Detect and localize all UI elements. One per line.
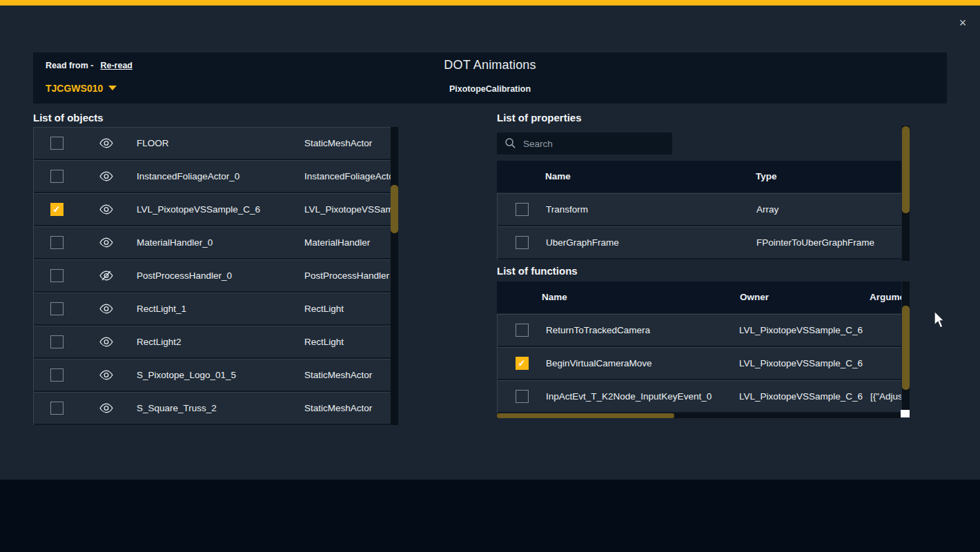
search-input[interactable] xyxy=(523,132,668,155)
function-arguments: [{"Adjust xyxy=(870,381,901,412)
properties-scrollbar-track[interactable] xyxy=(902,126,910,261)
properties-col-type: Type xyxy=(756,161,777,193)
objects-table: FLOOR StaticMeshActor InstancedFoliageAc… xyxy=(33,127,392,425)
properties-col-name: Name xyxy=(545,161,571,193)
eye-visible-icon[interactable] xyxy=(99,237,114,248)
object-row[interactable]: S_Square_Truss_2 StaticMeshActor xyxy=(34,392,392,424)
row-checkbox[interactable] xyxy=(516,203,529,216)
object-type: LVL_PixotopeVSSample_C xyxy=(304,194,392,225)
functions-list-title: List of functions xyxy=(497,265,578,277)
row-checkbox[interactable] xyxy=(50,137,63,150)
property-name: Transform xyxy=(546,194,588,225)
functions-header: Name Owner Arguments xyxy=(497,282,901,313)
properties-table: Transform Array UberGraphFrame FPointerT… xyxy=(497,193,901,259)
object-row[interactable]: PostProcessHandler_0 PostProcessHandler xyxy=(34,259,392,291)
functions-hscrollbar-track[interactable] xyxy=(497,413,901,418)
object-type: StaticMeshActor xyxy=(304,359,372,391)
object-row[interactable]: InstancedFoliageActor_0 InstancedFoliage… xyxy=(34,160,392,192)
objects-list-title: List of objects xyxy=(33,112,104,124)
property-type: FPointerToUberGraphFrame xyxy=(756,227,874,258)
properties-scrollbar-thumb[interactable] xyxy=(902,126,910,213)
row-checkbox[interactable] xyxy=(50,368,63,382)
object-type: RectLight xyxy=(304,326,344,357)
object-name: InstancedFoliageActor_0 xyxy=(137,161,239,192)
function-owner: LVL_PixotopeVSSample_C_6 xyxy=(739,348,863,379)
object-name: RectLight2 xyxy=(137,326,182,357)
row-checkbox[interactable] xyxy=(516,236,529,249)
eye-hidden-icon[interactable] xyxy=(99,270,114,282)
scrollbar-corner xyxy=(901,410,910,417)
eye-visible-icon[interactable] xyxy=(99,137,114,149)
row-checkbox[interactable] xyxy=(50,402,63,415)
object-name: FLOOR xyxy=(137,128,169,159)
row-checkbox[interactable] xyxy=(516,357,529,370)
row-checkbox[interactable] xyxy=(50,236,63,249)
object-name: S_Square_Truss_2 xyxy=(137,393,217,424)
function-owner: LVL_PixotopeVSSample_C_6 xyxy=(739,381,863,412)
properties-search xyxy=(497,132,672,155)
object-row[interactable]: RectLight_1 RectLight xyxy=(34,293,392,324)
dialog-subtitle: PixotopeCalibration xyxy=(33,84,947,94)
object-row[interactable]: RectLight2 RectLight xyxy=(34,326,392,357)
functions-scrollbar-track[interactable] xyxy=(902,282,910,414)
object-type: StaticMeshActor xyxy=(304,128,372,159)
close-icon[interactable]: × xyxy=(955,15,970,30)
row-checkbox[interactable] xyxy=(50,335,63,348)
object-type: RectLight xyxy=(304,293,344,324)
dialog-header: Read from -Re-read TJCGWS010 DOT Animati… xyxy=(33,52,947,103)
properties-list-title: List of properties xyxy=(497,112,582,124)
function-name: InpActEvt_T_K2Node_InputKeyEvent_0 xyxy=(546,381,712,412)
object-type: PostProcessHandler xyxy=(304,260,389,291)
properties-header: Name Type xyxy=(497,161,901,193)
top-accent-bar xyxy=(0,0,980,6)
functions-table: ReturnToTrackedCamera LVL_PixotopeVSSamp… xyxy=(497,314,901,413)
function-row[interactable]: InpActEvt_T_K2Node_InputKeyEvent_0 LVL_P… xyxy=(498,380,901,412)
property-row[interactable]: UberGraphFrame FPointerToUberGraphFrame xyxy=(498,226,901,258)
object-type: StaticMeshActor xyxy=(304,393,372,424)
function-owner: LVL_PixotopeVSSample_C_6 xyxy=(739,315,863,346)
eye-visible-icon[interactable] xyxy=(99,369,114,381)
object-row[interactable]: LVL_PixotopeVSSample_C_6 LVL_PixotopeVSS… xyxy=(34,193,392,225)
object-name: PostProcessHandler_0 xyxy=(137,260,232,291)
eye-visible-icon[interactable] xyxy=(99,336,114,348)
object-name: MaterialHandler_0 xyxy=(137,227,213,258)
functions-col-arguments: Arguments xyxy=(870,282,901,313)
functions-hscrollbar-thumb[interactable] xyxy=(497,413,674,418)
function-row[interactable]: BeginVirtualCameraMove LVL_PixotopeVSSam… xyxy=(498,347,901,379)
object-row[interactable]: S_Pixotope_Logo_01_5 StaticMeshActor xyxy=(34,359,392,391)
object-row[interactable]: FLOOR StaticMeshActor xyxy=(34,127,392,159)
eye-visible-icon[interactable] xyxy=(99,170,114,182)
functions-scrollbar-thumb[interactable] xyxy=(902,306,910,390)
function-name: BeginVirtualCameraMove xyxy=(546,348,652,379)
function-row[interactable]: ReturnToTrackedCamera LVL_PixotopeVSSamp… xyxy=(498,314,901,346)
eye-visible-icon[interactable] xyxy=(99,204,114,215)
search-icon xyxy=(504,137,516,149)
functions-col-owner: Owner xyxy=(740,282,769,313)
property-type: Array xyxy=(756,194,778,225)
property-row[interactable]: Transform Array xyxy=(498,193,901,225)
object-row[interactable]: MaterialHandler_0 MaterialHandler xyxy=(34,226,392,258)
object-name: LVL_PixotopeVSSample_C_6 xyxy=(137,194,260,225)
object-name: RectLight_1 xyxy=(137,293,186,324)
eye-visible-icon[interactable] xyxy=(99,402,114,414)
property-name: UberGraphFrame xyxy=(546,227,619,258)
object-type: MaterialHandler xyxy=(304,227,370,258)
functions-col-name: Name xyxy=(542,282,567,313)
row-checkbox[interactable] xyxy=(50,203,63,216)
row-checkbox[interactable] xyxy=(50,302,63,315)
row-checkbox[interactable] xyxy=(516,324,529,337)
row-checkbox[interactable] xyxy=(50,170,63,183)
function-name: ReturnToTrackedCamera xyxy=(546,315,650,346)
mouse-cursor xyxy=(933,310,947,330)
objects-scrollbar-thumb[interactable] xyxy=(391,185,398,233)
object-type: InstancedFoliageActor xyxy=(304,161,392,192)
objects-scrollbar-track[interactable] xyxy=(391,127,398,425)
dialog-footer: Cancel Select xyxy=(0,480,980,552)
row-checkbox[interactable] xyxy=(50,269,63,282)
eye-visible-icon[interactable] xyxy=(99,303,114,315)
row-checkbox[interactable] xyxy=(516,390,529,403)
dialog-title: DOT Animations xyxy=(33,58,947,72)
object-name: S_Pixotope_Logo_01_5 xyxy=(137,359,236,391)
